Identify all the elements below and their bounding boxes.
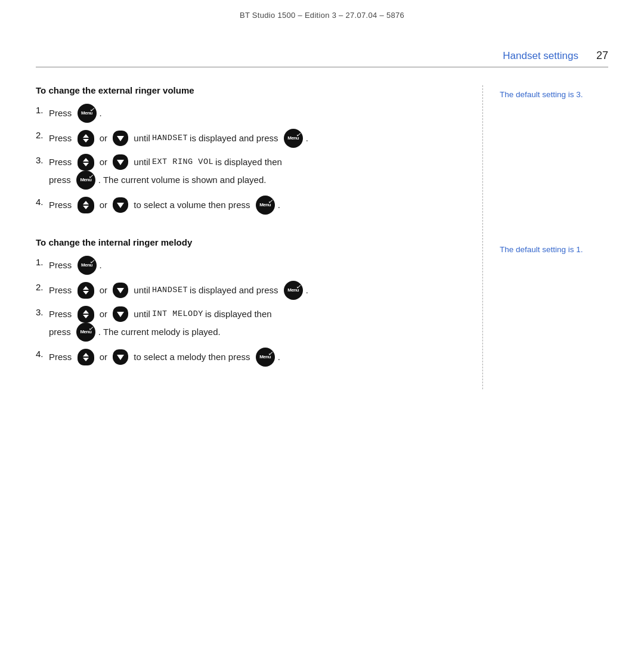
menu-button-icon: ✓ Menu — [78, 104, 97, 123]
vol-up-icon — [78, 349, 94, 365]
vol-up-icon — [78, 306, 94, 323]
step-content: Press ✓ Menu . — [49, 256, 102, 275]
step-num: 3. — [36, 154, 49, 168]
content-area: To change the external ringer volume 1. … — [0, 67, 644, 389]
step1-1: 1. Press ✓ Menu . — [36, 104, 465, 123]
section2-title: To change the internal ringer melody — [36, 237, 465, 247]
menu-button-icon: ✓ Menu — [256, 348, 275, 367]
step-num: 4. — [36, 348, 49, 361]
default-note-2: The default setting is 1. — [500, 245, 608, 254]
step-content: Press or until INT MELODY is displayed t… — [49, 306, 272, 342]
step-content: Press or until EXT RING VOL is displayed… — [49, 154, 282, 190]
header-title: BT Studio 1500 – Edition 3 – 27.07.04 – … — [240, 11, 404, 20]
code-ext-ring: EXT RING VOL — [152, 156, 213, 169]
down-arrow-icon — [113, 197, 128, 213]
step2-3: 3. Press or until INT MELODY is displaye… — [36, 306, 465, 342]
down-arrow-icon — [113, 349, 128, 365]
down-arrow-icon — [113, 283, 128, 298]
section1-title: To change the external ringer volume — [36, 85, 465, 95]
step2-4: 4. Press or to select a melody then pres… — [36, 348, 465, 367]
section2: To change the internal ringer melody 1. … — [36, 237, 465, 367]
menu-button-icon: ✓ Menu — [284, 129, 303, 148]
down-arrow-icon — [113, 131, 128, 146]
down-arrow-icon — [113, 154, 128, 170]
step-num: 4. — [36, 196, 49, 209]
vol-up-icon — [78, 282, 94, 299]
step-content: Press or to select a melody then press ✓… — [49, 348, 280, 367]
menu-button-icon: ✓ Menu — [284, 281, 303, 300]
step2-2: 2. Press or until HANDSET is displayed a… — [36, 281, 465, 300]
page-number: 27 — [596, 49, 608, 62]
page-header: BT Studio 1500 – Edition 3 – 27.07.04 – … — [0, 0, 644, 26]
step2-1: 1. Press ✓ Menu . — [36, 256, 465, 275]
step1-2: 2. Press or until HANDSET is displayed a… — [36, 129, 465, 148]
code-int-melody: INT MELODY — [152, 308, 203, 321]
step-content: Press or to select a volume then press ✓… — [49, 196, 280, 215]
vol-up-icon — [78, 197, 94, 213]
step-num: 3. — [36, 306, 49, 320]
menu-button-icon: ✓ Menu — [78, 256, 97, 275]
step-num: 1. — [36, 104, 49, 117]
menu-button-icon: ✓ Menu — [76, 323, 95, 342]
step-content: Press or until HANDSET is displayed and … — [49, 129, 308, 148]
step-content: Press ✓ Menu . — [49, 104, 102, 123]
step1-4: 4. Press or to select a volume then pres… — [36, 196, 465, 215]
step1-3: 3. Press or until EXT RING VOL is displa… — [36, 154, 465, 190]
page-title: Handset settings — [503, 50, 578, 62]
menu-button-icon: ✓ Menu — [256, 196, 275, 215]
step-num: 1. — [36, 256, 49, 269]
menu-button-icon: ✓ Menu — [76, 170, 95, 190]
step-content: Press or until HANDSET is displayed and … — [49, 281, 308, 300]
default-note-1: The default setting is 3. — [500, 90, 608, 99]
top-section: Handset settings 27 — [0, 26, 644, 67]
step-num: 2. — [36, 281, 49, 294]
vol-up-icon — [78, 130, 94, 147]
section1: To change the external ringer volume 1. … — [36, 85, 465, 215]
code-handset: HANDSET — [152, 132, 188, 145]
sidebar: The default setting is 3. The default se… — [483, 85, 608, 389]
down-arrow-icon — [113, 306, 128, 322]
main-content: To change the external ringer volume 1. … — [36, 85, 483, 389]
vol-up-icon — [78, 154, 94, 170]
code-handset2: HANDSET — [152, 284, 188, 297]
step-num: 2. — [36, 129, 49, 142]
